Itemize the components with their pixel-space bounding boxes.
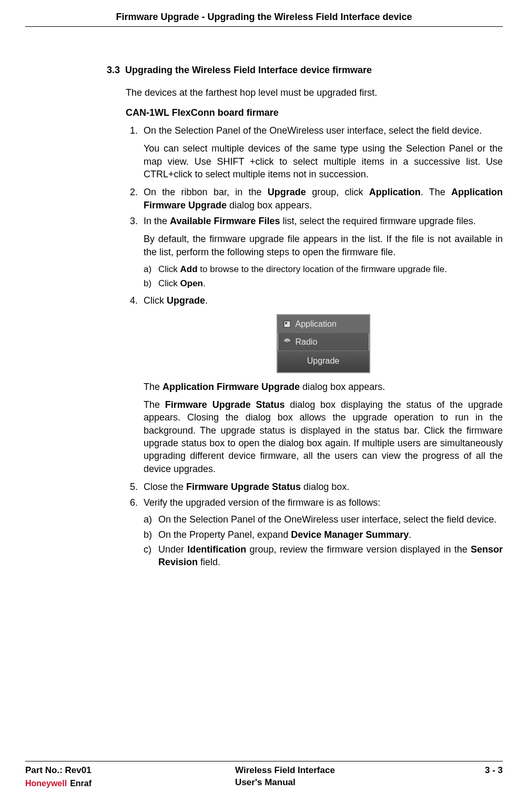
- s3a-b: Add: [180, 264, 198, 274]
- s6c-b1: Identification: [187, 544, 246, 555]
- step-6-text: Verify the upgraded version of the firmw…: [144, 497, 380, 508]
- svg-rect-1: [285, 322, 287, 324]
- panel-item-application[interactable]: Application: [278, 315, 369, 333]
- step-3b: b) Click Open.: [144, 278, 503, 290]
- footer-doc-title-1: Wireless Field Interface: [235, 765, 335, 777]
- panel-item-radio[interactable]: Radio: [278, 333, 369, 351]
- panel-item-radio-label: Radio: [296, 336, 318, 348]
- brand-enraf: Enraf: [70, 779, 92, 788]
- section-number: 3.3: [107, 64, 120, 76]
- step-3-post1: list, select the required firmware upgra…: [280, 216, 475, 226]
- step-2-b2: Application: [369, 187, 421, 197]
- ap1-pre: The: [144, 382, 163, 392]
- footer-rule: [25, 761, 503, 761]
- upgrade-panel: Application Radio Upgrade: [277, 314, 370, 373]
- section-heading: 3.3 Upgrading the Wireless Field Interfa…: [107, 64, 503, 76]
- s6c-post: field.: [198, 557, 220, 567]
- section-intro: The devices at the farthest hop level mu…: [126, 86, 503, 99]
- step-4-pre: Click: [144, 295, 167, 306]
- panel-upgrade-button[interactable]: Upgrade: [278, 350, 369, 372]
- s6b-post: .: [409, 529, 411, 540]
- step-6b: b) On the Property Panel, expand Device …: [144, 528, 503, 541]
- step-5-pre: Close the: [144, 482, 186, 492]
- application-icon: [283, 320, 291, 328]
- radio-icon: [283, 337, 291, 346]
- step-6c: c) Under Identification group, review th…: [144, 543, 503, 569]
- ap1-post: dialog box appears.: [300, 382, 385, 392]
- step-6a: a) On the Selection Panel of the OneWire…: [144, 513, 503, 526]
- s3b-post: .: [203, 278, 206, 288]
- footer-brand: HoneywellEnraf: [25, 778, 130, 789]
- step-2-mid1: group, click: [306, 187, 369, 197]
- section-subheading: CAN-1WL FlexConn board firmare: [126, 106, 503, 119]
- s6c-pre: Under: [158, 544, 187, 555]
- s6b-b: Device Manager Summary: [291, 529, 409, 540]
- step-3-note: By default, the firmware upgrade file ap…: [144, 233, 503, 258]
- s6c-mid: group, review the firmware version displ…: [246, 544, 471, 555]
- step-1: On the Selection Panel of the OneWireles…: [140, 124, 503, 181]
- step-3-b1: Available Firmware Files: [170, 216, 280, 226]
- footer-page-number: 3 - 3: [471, 765, 503, 777]
- s6b-pre: On the Property Panel, expand: [158, 529, 291, 540]
- marker-6a: a): [144, 513, 158, 526]
- s3a-pre: Click: [158, 264, 180, 274]
- footer-doc-title-2: User's Manual: [235, 777, 335, 789]
- marker-a: a): [144, 264, 158, 276]
- svg-point-2: [286, 341, 287, 342]
- step-2-mid2: . The: [421, 187, 451, 197]
- step-4-b1: Upgrade: [167, 295, 205, 306]
- step-2-b1: Upgrade: [268, 187, 306, 197]
- ap2-pre: The: [144, 399, 165, 410]
- marker-6b: b): [144, 528, 158, 541]
- upgrade-panel-figure: Application Radio Upgrade: [144, 314, 503, 373]
- step-4-post: .: [205, 295, 208, 306]
- step-4: Click Upgrade. Application: [140, 294, 503, 475]
- panel-item-application-label: Application: [296, 318, 337, 330]
- step-6-sublist: a) On the Selection Panel of the OneWire…: [144, 513, 503, 568]
- step-6: Verify the upgraded version of the firmw…: [140, 496, 503, 568]
- step-1-text: On the Selection Panel of the OneWireles…: [144, 125, 482, 136]
- brand-honeywell: Honeywell: [25, 779, 67, 788]
- step-2: On the ribbon bar, in the Upgrade group,…: [140, 186, 503, 212]
- after-panel-p2: The Firmware Upgrade Status dialog box d…: [144, 398, 503, 475]
- ap2-b: Firmware Upgrade Status: [165, 399, 285, 410]
- header-rule: [25, 26, 503, 27]
- page-footer: Part No.: Rev01 HoneywellEnraf Wireless …: [25, 761, 503, 789]
- step-5-b1: Firmware Upgrade Status: [186, 482, 301, 492]
- step-3: In the Available Firmware Files list, se…: [140, 215, 503, 290]
- after-panel-p1: The Application Firmware Upgrade dialog …: [144, 380, 503, 393]
- step-3-sublist: a) Click Add to browse to the directory …: [144, 264, 503, 290]
- s3a-post: to browse to the directory location of t…: [198, 264, 447, 274]
- section-title: Upgrading the Wireless Field Interface d…: [125, 64, 372, 76]
- step-3a: a) Click Add to browse to the directory …: [144, 264, 503, 276]
- page-header-title: Firmware Upgrade - Upgrading the Wireles…: [25, 11, 503, 23]
- marker-6c: c): [144, 543, 158, 569]
- step-3-pre: In the: [144, 216, 170, 226]
- step-2-pre: On the ribbon bar, in the: [144, 187, 268, 197]
- footer-part-number: Part No.: Rev01: [25, 765, 130, 777]
- ordered-steps: On the Selection Panel of the OneWireles…: [126, 124, 503, 568]
- s6a-text: On the Selection Panel of the OneWireles…: [158, 513, 503, 526]
- step-1-note: You can select multiple devices of the s…: [144, 142, 503, 181]
- step-2-post: dialog box appears.: [227, 200, 312, 210]
- ap1-b: Application Firmware Upgrade: [163, 382, 300, 392]
- step-5-post: dialog box.: [301, 482, 349, 492]
- s3b-pre: Click: [158, 278, 180, 288]
- step-5: Close the Firmware Upgrade Status dialog…: [140, 480, 503, 493]
- s3b-b: Open: [180, 278, 203, 288]
- marker-b: b): [144, 278, 158, 290]
- ap2-post: dialog box displaying the status of the …: [144, 399, 503, 474]
